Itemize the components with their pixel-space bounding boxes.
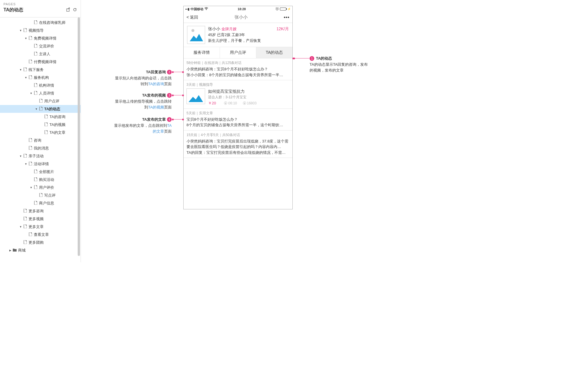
- tree-item[interactable]: ▼视频指导: [0, 26, 81, 34]
- tree-label: 付费视频详情: [34, 59, 56, 65]
- video-thumbnail: [186, 88, 205, 104]
- tree-item[interactable]: ▼服务机构: [0, 74, 81, 81]
- page-icon: [38, 193, 43, 198]
- tree-label: 用户评价: [39, 185, 54, 190]
- page-icon: [33, 44, 38, 49]
- profile-detail-1: 45岁 已育2孩 工龄3年: [208, 32, 289, 38]
- tree-label: 在线咨询催乳师: [39, 20, 65, 25]
- tree-item[interactable]: 主讲人: [0, 50, 81, 58]
- tree-label: 服务机构: [34, 75, 49, 80]
- tree-item[interactable]: 我的消息: [0, 144, 81, 152]
- tree-label: 活动详情: [34, 161, 49, 167]
- feed-item-consult-1[interactable]: 58分钟前｜在线咨询｜共125条对话 小突然妈妈咨询：宝贝8个月不好好吃饭怎么办…: [184, 58, 292, 80]
- tree-item[interactable]: 更多咨询: [0, 207, 81, 215]
- tree-toggle-icon[interactable]: ▼: [24, 76, 28, 79]
- canvas: ▪▪▮ 中国移动 18:28 ⚡ < 返回 张小小 •••: [81, 0, 381, 262]
- feed-line: 8个月的宝贝的辅食占据每天营养所需一半，这个时期饮…: [186, 122, 289, 128]
- page-icon: [23, 154, 27, 158]
- tree-toggle-icon[interactable]: ▼: [19, 155, 23, 158]
- tree-item[interactable]: 更多视频: [0, 215, 81, 223]
- video-title: 如何提高宝宝抵抗力: [208, 88, 289, 95]
- tree-label: 商户信息: [39, 201, 54, 206]
- tree-item[interactable]: ▶商城: [0, 246, 81, 254]
- tree-item[interactable]: 商户信息: [0, 199, 81, 207]
- tree-item[interactable]: TA的文章: [0, 129, 81, 136]
- tree-label: 机构详情: [39, 83, 54, 88]
- profile-avatar: [187, 26, 205, 44]
- tree-toggle-icon[interactable]: ▼: [29, 186, 33, 189]
- tree-toggle-icon[interactable]: ▼: [19, 29, 23, 32]
- tree-toggle-icon[interactable]: ▼: [34, 108, 38, 111]
- page-icon: [33, 91, 38, 96]
- tree-item[interactable]: 查看文章: [0, 231, 81, 238]
- annotation-line: [172, 119, 183, 120]
- badge-icon: 1: [310, 56, 314, 61]
- tab-updates[interactable]: TA的动态: [256, 47, 292, 58]
- tree-toggle-icon[interactable]: ▼: [24, 37, 28, 40]
- status-bar: ▪▪▮ 中国移动 18:28 ⚡: [184, 6, 292, 12]
- annotation-link[interactable]: TA的咨询: [148, 82, 164, 86]
- page-icon: [44, 115, 48, 119]
- page-icon: [28, 232, 33, 237]
- tree-item[interactable]: ▼免费视频详情: [0, 34, 81, 42]
- scrollbar[interactable]: [78, 17, 80, 256]
- annotation-3: TA发布的视频 3 显示他上传的指导视频，点击跳转到TA的视频页面: [113, 93, 172, 110]
- annotation-link[interactable]: TA的视频: [148, 105, 164, 109]
- back-button[interactable]: < 返回: [186, 15, 198, 20]
- annotation-2: TA回复咨询 2 显示别人向他咨询的会话，点击跳转到TA的咨询页面: [113, 70, 172, 87]
- page-icon: [33, 177, 38, 182]
- tree-item[interactable]: ▼更多文章: [0, 223, 81, 231]
- more-button[interactable]: •••: [284, 15, 289, 20]
- tree-item[interactable]: 交流评价: [0, 42, 81, 50]
- feed-meta: 5天前｜实用文章: [186, 111, 289, 116]
- tree-item[interactable]: TA的视频: [0, 121, 81, 129]
- tree-item[interactable]: ▼线下服务: [0, 66, 81, 74]
- tree-item[interactable]: ▼用户评价: [0, 183, 81, 191]
- sidebar: PAGES TA的动态 在线咨询催乳师▼视频指导▼免费视频详情交流评价主讲人付费…: [0, 0, 81, 262]
- tree-item[interactable]: TA的咨询: [0, 113, 81, 121]
- video-views: 16803: [243, 101, 257, 106]
- tree-label: 用户点评: [44, 99, 59, 104]
- tree-label: 更多视频: [29, 216, 44, 222]
- tree-label: 人员详情: [39, 91, 54, 96]
- phone-mockup: ▪▪▮ 中国移动 18:28 ⚡ < 返回 张小小 •••: [183, 6, 293, 209]
- tree-item[interactable]: 全部图片: [0, 168, 81, 176]
- tree-label: 交流评价: [39, 44, 54, 49]
- tree-item[interactable]: 购买活动: [0, 176, 81, 183]
- tree-item[interactable]: 付费视频详情: [0, 58, 81, 66]
- tree-toggle-icon[interactable]: ▶: [8, 249, 12, 252]
- tree-item[interactable]: ▼亲子活动: [0, 152, 81, 160]
- tree-item[interactable]: 在线咨询催乳师: [0, 19, 81, 26]
- tree-item[interactable]: 用户点评: [0, 97, 81, 105]
- tree-label: 线下服务: [29, 67, 44, 72]
- page-icon: [38, 99, 43, 104]
- tree-item[interactable]: 机构详情: [0, 81, 81, 89]
- pages-label: PAGES: [3, 2, 77, 6]
- feed-item-consult-2[interactable]: 15天前｜4个月零5天｜共50条对话 小突然妈妈咨询：宝贝打完疫苗后出现低烧，3…: [184, 131, 292, 158]
- export-icon[interactable]: [66, 8, 70, 13]
- tree-item[interactable]: 更多团购: [0, 238, 81, 246]
- tree-toggle-icon[interactable]: ▼: [29, 92, 33, 95]
- badge-icon: 4: [167, 117, 172, 122]
- tree-item[interactable]: ▼人员详情: [0, 89, 81, 97]
- tree-item[interactable]: ▼TA的动态: [0, 105, 81, 113]
- tab-reviews[interactable]: 用户点评: [220, 47, 256, 58]
- refresh-icon[interactable]: [73, 8, 77, 13]
- tree-toggle-icon[interactable]: ▼: [24, 163, 28, 165]
- tab-service[interactable]: 服务详情: [184, 47, 220, 58]
- page-icon: [33, 201, 38, 206]
- sidebar-tree[interactable]: 在线咨询催乳师▼视频指导▼免费视频详情交流评价主讲人付费视频详情▼线下服务▼服务…: [0, 17, 81, 262]
- tree-item[interactable]: 写点评: [0, 191, 81, 199]
- feed-item-article[interactable]: 5天前｜实用文章 宝贝8个月不好好吃饭怎么办？ 8个月的宝贝的辅食占据每天营养所…: [184, 109, 292, 131]
- tree-item[interactable]: ▼活动详情: [0, 160, 81, 168]
- tree-item[interactable]: 咨询: [0, 136, 81, 144]
- svg-point-1: [206, 10, 207, 10]
- tree-label: 购买活动: [39, 177, 54, 182]
- tree-toggle-icon[interactable]: ▼: [19, 225, 23, 228]
- feed-item-video[interactable]: 3天前｜视频指导 如何提高宝宝抵抗力 适合人群：3-12个月宝宝 ￥20 06:…: [184, 80, 292, 109]
- tree-label: 查看文章: [34, 232, 49, 237]
- tree-toggle-icon[interactable]: ▼: [19, 68, 23, 71]
- page-icon: [44, 122, 48, 127]
- tree-label: 写点评: [44, 193, 56, 198]
- profile-detail-2: 新生儿护理，月子餐，产后恢复: [208, 38, 289, 44]
